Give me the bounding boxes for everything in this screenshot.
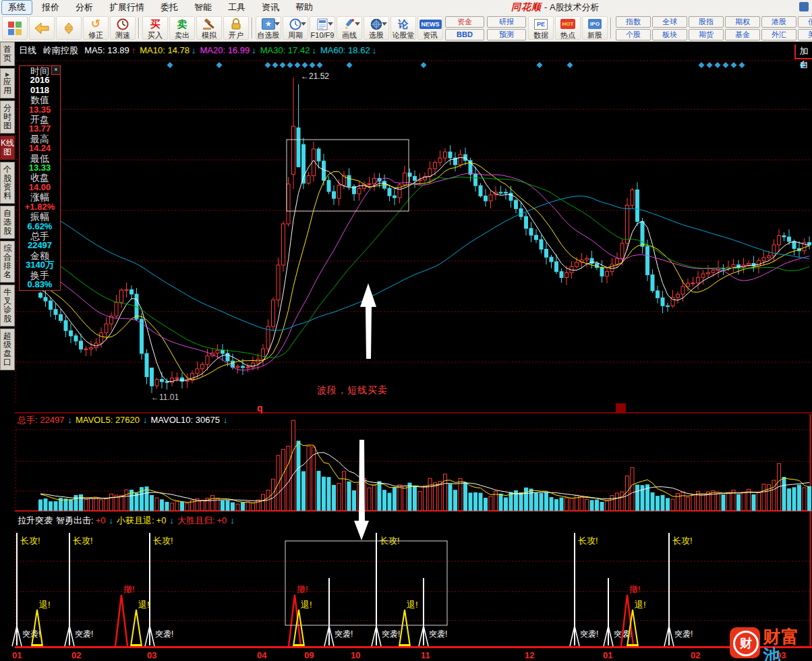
menu-item-analysis[interactable]: 分析 [69,0,100,15]
market-button[interactable]: 外汇 [761,29,796,40]
volume-bar [504,498,508,511]
back-button[interactable] [29,16,55,40]
ipo-button[interactable]: IPO新股 [582,16,608,40]
candle-body [287,184,290,224]
signal-label: 大胜且归: [177,515,215,525]
menu-item-trading[interactable]: 委托 [154,0,185,15]
volume-bar [631,467,634,511]
exit-label: 退! [635,600,646,610]
window-corner-icon[interactable] [799,2,809,11]
volume-bar [782,478,786,511]
retreat-label: 撤! [123,584,135,594]
sidebar-item-super-level2[interactable]: 超级盘口 [0,328,15,370]
volume-bar [717,494,720,511]
info-row: 14.00 [20,183,60,192]
sell-button[interactable]: 卖卖出 [169,16,195,40]
candle-body [565,272,569,277]
candle-body [49,301,53,310]
candle-body [610,264,614,272]
candle-body [150,368,154,386]
candle-body [84,349,88,349]
event-diamond-icon [537,62,543,68]
volume-bar [332,485,336,511]
candle-body [54,310,57,315]
open-account-button[interactable]: 开户 [223,16,249,40]
candle-body [525,217,528,229]
candle-body [631,190,634,206]
forum-button[interactable]: 论论股堂 [390,16,416,40]
market-button[interactable]: 基金 [725,29,760,40]
month-label: 11 [421,650,430,660]
volume-bar [272,479,275,511]
menu-item-tools[interactable]: 工具 [221,0,252,15]
watchlist-button[interactable]: ★自选股 [256,16,281,40]
sidebar-item-diagnosis[interactable]: 牛叉诊股 [0,285,15,326]
ma-values: MA5: 13.89↑MA10: 14.78↓MA20: 16.99↓MA30:… [84,45,380,55]
close-icon[interactable]: × [51,65,61,75]
candle-body [120,290,123,302]
scroll-up-down-button[interactable] [56,16,82,40]
buy-button[interactable]: 买买入 [142,16,168,40]
period-button[interactable]: 周期 [283,16,308,40]
market-button[interactable]: 个股 [616,29,651,40]
menu-item-help[interactable]: 帮助 [289,0,320,15]
month-label: 09 [304,650,314,660]
market-button[interactable]: 美股 [798,29,812,40]
news-button[interactable]: NEWS资讯 [417,16,443,40]
menu-item-smart[interactable]: 智能 [187,0,219,15]
hot-button[interactable]: HOT热点 [555,16,581,40]
sidebar-item-ranking[interactable]: 综合排名 [0,241,15,283]
volume-bar [155,498,158,511]
market-button[interactable]: 港股 [761,16,796,28]
forecast-button[interactable]: 预测 [487,29,526,40]
market-button[interactable]: 期权 [725,16,760,28]
simulate-button[interactable]: 模拟 [196,16,222,40]
info-panel[interactable]: 时间20160118数值13.35开盘13.77最高14.24最低13.33收盘… [19,65,61,291]
sidebar-item-apps[interactable]: ▶应用 [0,68,15,98]
market-button[interactable]: 指数 [616,16,651,28]
volume-bar [545,492,548,511]
candle-body [221,351,225,354]
up-arrow-icon [64,22,74,28]
menu-item-news[interactable]: 资讯 [255,0,286,15]
market-button[interactable]: 全球 [652,16,687,28]
stock-picker-button[interactable]: 选股 [364,16,389,40]
month-label: 04 [257,650,267,660]
f10-button[interactable]: F10/F9 [310,16,335,40]
market-button[interactable]: 股指 [689,16,724,28]
correct-button[interactable]: ↺修正 [83,16,109,40]
candle-body [540,239,543,249]
chart-canvas[interactable]: 长攻!突袭!长攻!突袭!长攻!突袭!长攻!突袭!长攻!突袭!长攻!突袭!突袭!突… [0,42,812,661]
sidebar-item-home[interactable]: 首页 [0,42,15,66]
menu-item-extended-quotes[interactable]: 扩展行情 [103,0,151,15]
up-arrow-annotation [360,283,376,359]
bbd-button[interactable]: BBD [445,29,484,40]
market-button[interactable]: 板块 [652,29,687,40]
info-row: 22497 [20,241,60,250]
signal-text: 突袭! [429,629,447,639]
volume-bar [792,488,796,511]
candle-body [332,192,336,198]
volume-bar [762,484,765,511]
volume-bar [596,500,599,511]
signal-text: 突袭! [674,629,693,639]
candle-body [656,291,660,298]
fund-flow-button[interactable]: 资金 [445,16,484,28]
candle-body [762,258,765,260]
volume-bar [454,490,457,511]
candle-body [767,256,771,258]
sidebar-item-kline[interactable]: K线图 [0,136,15,160]
menu-item-quotes[interactable]: 报价 [35,0,66,15]
window-layout-button[interactable] [2,16,28,40]
research-report-button[interactable]: 研报 [487,16,526,28]
sidebar-item-stock-info[interactable]: 个股资料 [0,162,15,204]
add-watchlist-hint[interactable]: 加自 [794,45,812,59]
draw-line-button[interactable]: 画线 [337,16,362,40]
data-button[interactable]: PE数据 [528,16,554,40]
market-button[interactable]: 债券 [798,16,812,28]
sidebar-item-watchlist[interactable]: 自选股 [0,206,15,239]
menu-item-system[interactable]: 系统 [1,0,32,15]
sidebar-item-intraday[interactable]: 分时图 [0,100,15,134]
speed-test-button[interactable]: 测速 [110,16,136,40]
market-button[interactable]: 期货 [689,29,724,40]
